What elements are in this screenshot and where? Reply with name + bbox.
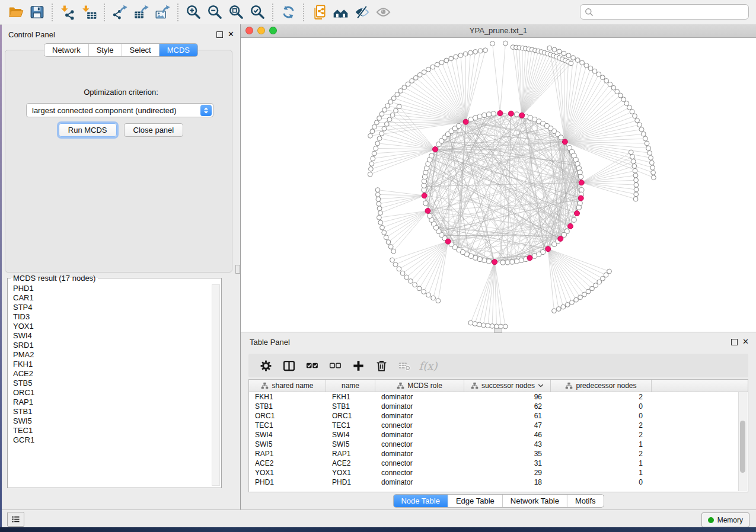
graph-leaf-node[interactable] xyxy=(372,151,377,156)
graph-leaf-node[interactable] xyxy=(402,85,407,90)
graph-leaf-node[interactable] xyxy=(376,197,381,201)
graph-leaf-node[interactable] xyxy=(395,92,400,97)
graph-leaf-node[interactable] xyxy=(586,289,591,294)
graph-leaf-node[interactable] xyxy=(562,51,566,56)
search-box[interactable] xyxy=(580,4,749,20)
graph-rim-node[interactable] xyxy=(491,111,496,116)
graph-leaf-node[interactable] xyxy=(478,49,483,53)
tab-node-table[interactable]: Node Table xyxy=(393,495,448,507)
graph-rim-node[interactable] xyxy=(477,257,482,261)
graph-leaf-node[interactable] xyxy=(430,65,435,69)
graph-leaf-node[interactable] xyxy=(391,249,396,254)
graph-leaf-node[interactable] xyxy=(400,271,405,275)
graph-leaf-node[interactable] xyxy=(637,123,642,127)
vertical-splitter-grabber[interactable] xyxy=(235,265,240,274)
graph-rim-node[interactable] xyxy=(505,260,510,265)
mcds-result-item[interactable]: PHD1 xyxy=(8,284,212,293)
graph-leaf-node[interactable] xyxy=(382,108,387,113)
graph-leaf-node[interactable] xyxy=(561,305,566,309)
horizontal-splitter-grabber[interactable] xyxy=(494,328,502,333)
graph-leaf-node[interactable] xyxy=(633,197,638,201)
close-panel-icon[interactable]: ✕ xyxy=(228,31,234,38)
graph-leaf-node[interactable] xyxy=(379,112,384,117)
close-table-panel-icon[interactable]: ✕ xyxy=(742,338,749,345)
network-document-button[interactable] xyxy=(308,2,330,23)
graph-rim-node[interactable] xyxy=(578,174,583,179)
graph-leaf-node[interactable] xyxy=(406,82,410,86)
graph-rim-node[interactable] xyxy=(519,258,524,262)
graph-rim-node[interactable] xyxy=(500,260,505,265)
graph-leaf-node[interactable] xyxy=(634,192,639,197)
graph-leaf-node[interactable] xyxy=(379,132,384,136)
graph-leaf-node[interactable] xyxy=(649,156,653,161)
table-scrollbar-thumb[interactable] xyxy=(740,421,745,473)
graph-leaf-node[interactable] xyxy=(377,215,382,220)
save-session-button[interactable] xyxy=(26,2,47,23)
graph-leaf-node[interactable] xyxy=(377,201,381,206)
graph-leaf-node[interactable] xyxy=(557,49,562,54)
tab-motifs[interactable]: Motifs xyxy=(567,495,604,507)
graph-leaf-node[interactable] xyxy=(368,172,372,177)
graph-leaf-node[interactable] xyxy=(436,299,441,303)
graph-leaf-node[interactable] xyxy=(565,303,570,307)
graph-leaf-node[interactable] xyxy=(377,136,382,141)
select-all-button[interactable] xyxy=(303,357,321,374)
export-network-button[interactable] xyxy=(109,2,130,23)
graph-leaf-node[interactable] xyxy=(473,50,478,55)
panel-menu-button[interactable] xyxy=(7,512,24,527)
graph-leaf-node[interactable] xyxy=(417,73,422,78)
graph-hub-node[interactable] xyxy=(422,193,427,198)
graph-leaf-node[interactable] xyxy=(582,292,587,297)
graph-leaf-node[interactable] xyxy=(380,225,385,230)
graph-leaf-node[interactable] xyxy=(369,162,374,166)
graph-leaf-node[interactable] xyxy=(374,146,378,151)
graph-rim-node[interactable] xyxy=(422,179,426,184)
graph-hub-node[interactable] xyxy=(433,147,438,152)
table-settings-button[interactable] xyxy=(257,357,275,374)
tab-select[interactable]: Select xyxy=(122,44,160,56)
graph-hub-node[interactable] xyxy=(546,246,551,252)
navigator-button[interactable] xyxy=(330,2,351,23)
table-row[interactable]: RAP1RAP1dominator352 xyxy=(249,449,748,459)
graph-leaf-node[interactable] xyxy=(384,122,389,127)
graph-leaf-node[interactable] xyxy=(375,120,379,125)
table-row[interactable]: SWI5SWI5connector431 xyxy=(249,440,748,449)
table-row[interactable]: STB1STB1dominator620 xyxy=(249,402,748,411)
graph-leaf-node[interactable] xyxy=(481,323,486,328)
graph-leaf-node[interactable] xyxy=(633,173,638,178)
tab-edge-table[interactable]: Edge Table xyxy=(448,495,503,507)
graph-leaf-node[interactable] xyxy=(377,116,382,121)
graph-rim-node[interactable] xyxy=(578,170,582,175)
graph-leaf-node[interactable] xyxy=(390,113,395,117)
optimization-criterion-select[interactable]: largest connected component (undirected) xyxy=(26,103,213,117)
graph-hub-node[interactable] xyxy=(519,113,525,118)
search-input[interactable] xyxy=(596,5,748,18)
column-header-shared-name[interactable]: shared name xyxy=(249,380,326,392)
graph-leaf-node[interactable] xyxy=(393,262,398,267)
graph-leaf-node[interactable] xyxy=(468,50,473,55)
graph-hub-node[interactable] xyxy=(562,139,567,145)
graph-rim-node[interactable] xyxy=(428,213,432,218)
graph-leaf-node[interactable] xyxy=(422,290,426,294)
graph-leaf-node[interactable] xyxy=(431,296,436,300)
graph-leaf-node[interactable] xyxy=(624,101,629,106)
run-mcds-button[interactable]: Run MCDS xyxy=(59,123,117,137)
graph-hub-node[interactable] xyxy=(578,196,583,201)
graph-leaf-node[interactable] xyxy=(385,104,390,108)
network-canvas[interactable] xyxy=(241,38,756,332)
mcds-scrollbar[interactable] xyxy=(212,284,220,486)
memory-button[interactable]: Memory xyxy=(701,512,749,527)
graph-hub-node[interactable] xyxy=(425,208,430,213)
graph-leaf-node[interactable] xyxy=(604,79,609,84)
graph-rim-node[interactable] xyxy=(514,112,519,117)
import-table-button[interactable] xyxy=(78,2,100,23)
graph-leaf-node[interactable] xyxy=(634,182,639,187)
column-header-successor-nodes[interactable]: successor nodes xyxy=(464,380,551,392)
graph-leaf-node[interactable] xyxy=(382,126,387,131)
graph-hub-node[interactable] xyxy=(579,180,584,185)
mcds-result-item[interactable]: ORC1 xyxy=(8,388,212,398)
mcds-result-item[interactable]: PMA2 xyxy=(8,350,212,360)
graph-hub-node[interactable] xyxy=(463,119,468,124)
graph-hub-node[interactable] xyxy=(492,259,497,265)
mcds-result-item[interactable]: ACE2 xyxy=(8,369,212,379)
